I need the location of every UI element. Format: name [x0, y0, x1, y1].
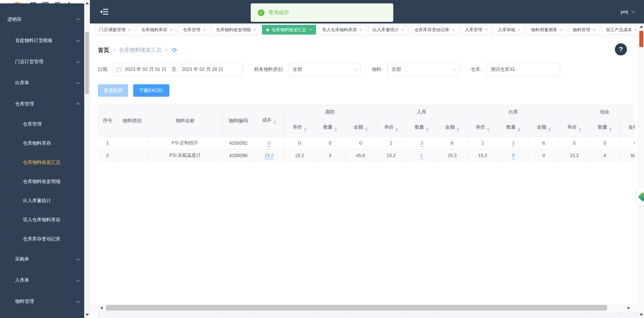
sort-icon[interactable]: [487, 128, 490, 132]
sidebar-item[interactable]: 仓库管理: [0, 115, 84, 134]
sidebar-scrollbar[interactable]: [84, 0, 90, 318]
scroll-up-icon[interactable]: [86, 2, 89, 4]
refresh-icon[interactable]: ⟳: [172, 46, 177, 54]
tab[interactable]: 物料用量测算×: [527, 25, 567, 35]
horizontal-scrollbar[interactable]: [90, 304, 638, 312]
sidebar-item[interactable]: 出入库量统计: [0, 191, 84, 210]
tab-close-icon[interactable]: ×: [170, 28, 173, 32]
qty-link[interactable]: 1: [420, 153, 423, 159]
tab-close-icon[interactable]: ×: [593, 28, 596, 32]
sidebar-item[interactable]: 入库单: [0, 270, 84, 291]
vertical-scrollbar[interactable]: [638, 24, 644, 318]
sidebar-item[interactable]: 仓库物料收发汇总: [0, 153, 84, 172]
sidebar-item[interactable]: 仓库库存变动记录: [0, 229, 84, 248]
download-excel-button[interactable]: 下载EXCEL: [133, 84, 169, 97]
tab[interactable]: 仓库物料库存×: [137, 25, 177, 35]
sidebar-item[interactable]: 仓库管理: [0, 93, 84, 115]
sub-col-header[interactable]: 数量: [315, 119, 345, 137]
finance-category-select[interactable]: 全部: [288, 63, 361, 76]
cost-link[interactable]: 15.2: [264, 153, 274, 159]
scroll-down-icon[interactable]: [640, 314, 643, 316]
tab-close-icon[interactable]: ×: [360, 28, 362, 32]
sidebar-item[interactable]: 仓库物料库存: [0, 134, 84, 153]
tab[interactable]: 仓库物料收发汇总×: [262, 25, 316, 35]
tab-close-icon[interactable]: ×: [635, 28, 637, 32]
tab[interactable]: 门店调拨管理×: [95, 25, 135, 35]
sidebar-item[interactable]: 导入仓库物料库存: [0, 210, 84, 229]
sidebar-item[interactable]: 仓库物料收发明细: [0, 172, 84, 191]
cost-link[interactable]: 0: [267, 140, 271, 147]
qty-link[interactable]: 0: [512, 153, 515, 159]
sub-col-header[interactable]: 单价: [284, 119, 315, 137]
tab[interactable]: 出入库量统计×: [368, 25, 409, 35]
sub-col-header[interactable]: 单价: [376, 119, 407, 137]
sort-icon[interactable]: [457, 128, 459, 132]
tab-close-icon[interactable]: ×: [401, 28, 404, 32]
qty-link[interactable]: 3: [420, 140, 423, 147]
sidebar-collapse-icon[interactable]: [100, 8, 109, 15]
tab-close-icon[interactable]: ×: [485, 28, 488, 32]
sub-col-header[interactable]: 数量: [590, 119, 620, 137]
breadcrumb-home[interactable]: 首页: [98, 46, 109, 54]
tab[interactable]: 物料管理×: [569, 25, 600, 35]
sidebar-item[interactable]: 首批物料订货模板: [0, 30, 84, 51]
sort-icon[interactable]: [395, 128, 398, 132]
tab[interactable]: 仓库管理×: [178, 25, 210, 35]
sub-col-header[interactable]: 金额: [620, 119, 635, 137]
sort-icon[interactable]: [273, 121, 276, 125]
tab-close-icon[interactable]: ×: [254, 28, 256, 32]
material-select[interactable]: 全部: [387, 63, 460, 76]
date-start-value[interactable]: 2023 年 02 月 01 日: [125, 66, 166, 73]
sub-col-header[interactable]: 金额: [437, 119, 468, 137]
vertical-scrollbar-thumb[interactable]: [639, 31, 643, 47]
date-end-value[interactable]: 2023 年 02 月 28 日: [182, 66, 223, 73]
date-range-input[interactable]: 2023 年 02 月 01 日 至 2023 年 02 月 28 日: [112, 63, 243, 76]
sidebar-item[interactable]: 采购单: [0, 248, 84, 270]
sidebar-item[interactable]: 门店订货管理: [0, 51, 84, 72]
tab[interactable]: 入库管理×: [461, 25, 492, 35]
user-menu[interactable]: ymj: [621, 9, 634, 14]
sub-col-header[interactable]: 金额: [529, 119, 559, 137]
tab-close-icon[interactable]: ×: [203, 28, 206, 32]
horizontal-scrollbar-thumb[interactable]: [106, 305, 607, 311]
sort-icon[interactable]: [518, 128, 520, 132]
scroll-down-icon[interactable]: [86, 314, 89, 316]
help-button[interactable]: ?: [615, 43, 627, 55]
scroll-left-icon[interactable]: [99, 305, 104, 311]
scroll-right-icon[interactable]: [626, 305, 632, 311]
search-button[interactable]: 搜索数据: [98, 84, 128, 97]
col-header-cost[interactable]: 成本: [254, 105, 284, 137]
tab[interactable]: 导入仓库物料库存×: [318, 25, 367, 35]
sort-icon[interactable]: [579, 128, 581, 132]
sub-col-header[interactable]: 单价: [559, 119, 590, 137]
sort-icon[interactable]: [609, 128, 612, 132]
tab[interactable]: 加工产品成本×: [601, 25, 638, 35]
tab-close-icon[interactable]: ×: [309, 28, 312, 32]
tab-close-icon[interactable]: ×: [518, 28, 521, 32]
tab-close-icon[interactable]: ×: [452, 28, 454, 32]
sub-col-header[interactable]: 单价: [468, 119, 498, 137]
tab[interactable]: 仓库物料收发明细×: [212, 25, 261, 35]
floating-widget[interactable]: [637, 188, 644, 206]
sort-icon[interactable]: [426, 128, 429, 132]
tab[interactable]: 入库审核×: [493, 25, 525, 35]
sub-col-header[interactable]: 金额: [345, 119, 376, 137]
sort-icon[interactable]: [304, 128, 307, 132]
qty-link[interactable]: 3: [512, 140, 515, 147]
scroll-up-icon[interactable]: [640, 26, 643, 28]
summary-table-wrap: 序号物料类别物料名称物料编码成本期初入库出库结余单价数量金额单价数量金额单价数量…: [98, 105, 635, 162]
sub-col-header[interactable]: 数量: [498, 119, 529, 137]
cell-value: 0: [559, 137, 590, 149]
sub-col-header[interactable]: 数量: [407, 119, 437, 137]
tab-close-icon[interactable]: ×: [128, 28, 131, 32]
sidebar-item[interactable]: 出库单: [0, 72, 84, 93]
sort-icon[interactable]: [334, 128, 337, 132]
tab-close-icon[interactable]: ×: [560, 28, 562, 32]
sidebar-item[interactable]: 物料管理: [0, 291, 84, 312]
sidebar-scrollbar-thumb[interactable]: [85, 32, 89, 94]
sidebar-item[interactable]: 进销存: [0, 9, 84, 30]
tab[interactable]: 仓库库存变动记录×: [410, 25, 459, 35]
sort-icon[interactable]: [365, 128, 368, 132]
warehouse-input[interactable]: 测试仓库33: [486, 63, 560, 76]
sort-icon[interactable]: [548, 128, 551, 132]
